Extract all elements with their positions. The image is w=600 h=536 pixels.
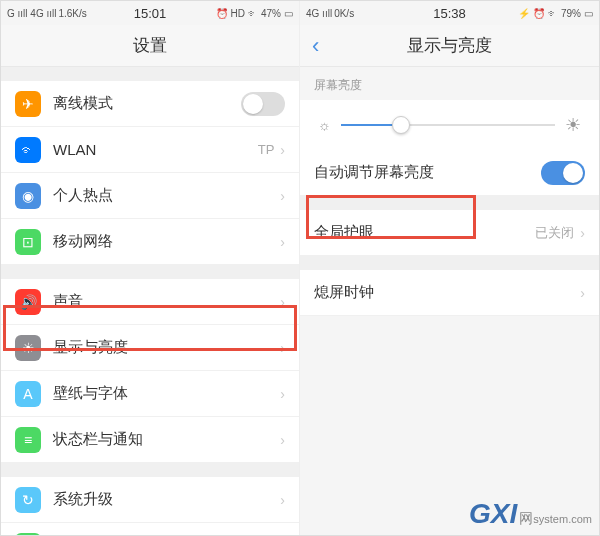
sound-icon: 🔊 bbox=[15, 289, 41, 315]
row-mobile-network[interactable]: ⊡ 移动网络 › bbox=[1, 219, 299, 265]
display-header: ‹ 显示与亮度 bbox=[300, 25, 599, 67]
row-auto-brightness[interactable]: 自动调节屏幕亮度 bbox=[300, 150, 599, 196]
chevron-icon: › bbox=[580, 225, 585, 241]
row-label: 显示与亮度 bbox=[53, 338, 280, 357]
display-brightness-screen: 4G ııll 0K/s 15:38 ⚡ ⏰ ᯤ 79% ▭ ‹ 显示与亮度 屏… bbox=[300, 1, 599, 535]
chevron-icon: › bbox=[280, 386, 285, 402]
row-label: 离线模式 bbox=[53, 94, 241, 113]
status-bar-left: G ııll 4G ııll 1.6K/s 15:01 ⏰ HD ᯤ 47% ▭ bbox=[1, 1, 299, 25]
airplane-toggle[interactable] bbox=[241, 92, 285, 116]
chevron-icon: › bbox=[280, 492, 285, 508]
wallpaper-icon: A bbox=[15, 381, 41, 407]
brightness-slider[interactable] bbox=[341, 124, 555, 126]
watermark-brand: GXI bbox=[469, 498, 517, 530]
chevron-icon: › bbox=[280, 142, 285, 158]
statusbar-icon: ≡ bbox=[15, 427, 41, 453]
back-button[interactable]: ‹ bbox=[312, 33, 319, 59]
row-label: 壁纸与字体 bbox=[53, 384, 280, 403]
status-bar-right: 4G ııll 0K/s 15:38 ⚡ ⏰ ᯤ 79% ▭ bbox=[300, 1, 599, 25]
status-time: 15:38 bbox=[433, 6, 466, 21]
brightness-section-label: 屏幕亮度 bbox=[300, 67, 599, 100]
battery-icon: ▭ bbox=[284, 8, 293, 19]
settings-screen: G ııll 4G ııll 1.6K/s 15:01 ⏰ HD ᯤ 47% ▭… bbox=[1, 1, 300, 535]
carrier-signal: G ııll 4G ııll bbox=[7, 8, 56, 19]
hotspot-icon: ◉ bbox=[15, 183, 41, 209]
eye-care-value: 已关闭 bbox=[535, 224, 574, 242]
row-label: 熄屏时钟 bbox=[314, 283, 580, 302]
status-time: 15:01 bbox=[134, 6, 167, 21]
page-title: 显示与亮度 bbox=[407, 34, 492, 57]
battery-pct: 47% bbox=[261, 8, 281, 19]
sun-large-icon: ☀ bbox=[565, 114, 581, 136]
row-label: 声音 bbox=[53, 292, 280, 311]
update-icon: ↻ bbox=[15, 487, 41, 513]
sun-small-icon: ☼ bbox=[318, 117, 331, 133]
row-wlan[interactable]: ᯤ WLAN TP › bbox=[1, 127, 299, 173]
phone-icon: ✆ bbox=[15, 533, 41, 536]
row-airplane-mode[interactable]: ✈ 离线模式 bbox=[1, 81, 299, 127]
chevron-icon: › bbox=[280, 294, 285, 310]
slider-thumb[interactable] bbox=[392, 116, 410, 134]
bluetooth-icon: ⚡ bbox=[518, 8, 530, 19]
battery-pct: 79% bbox=[561, 8, 581, 19]
mobile-network-icon: ⊡ bbox=[15, 229, 41, 255]
row-system-update[interactable]: ↻ 系统升级 › bbox=[1, 477, 299, 523]
chevron-icon: › bbox=[280, 432, 285, 448]
row-statusbar-notif[interactable]: ≡ 状态栏与通知 › bbox=[1, 417, 299, 463]
wifi-icon: ᯤ bbox=[248, 8, 258, 19]
row-display-brightness[interactable]: ☀ 显示与亮度 › bbox=[1, 325, 299, 371]
row-sound[interactable]: 🔊 声音 › bbox=[1, 279, 299, 325]
row-phone[interactable]: ✆ 电话 › bbox=[1, 523, 299, 535]
chevron-icon: › bbox=[280, 340, 285, 356]
hd-icon: HD bbox=[231, 8, 245, 19]
chevron-icon: › bbox=[280, 234, 285, 250]
battery-icon: ▭ bbox=[584, 8, 593, 19]
carrier-signal: 4G ııll bbox=[306, 8, 332, 19]
row-hotspot[interactable]: ◉ 个人热点 › bbox=[1, 173, 299, 219]
row-label: 个人热点 bbox=[53, 186, 280, 205]
watermark: GXI 网 system.com bbox=[469, 498, 592, 530]
row-eye-care[interactable]: 全局护眼 已关闭 › bbox=[300, 210, 599, 256]
network-speed: 1.6K/s bbox=[58, 8, 86, 19]
page-title: 设置 bbox=[133, 34, 167, 57]
row-standby-clock[interactable]: 熄屏时钟 › bbox=[300, 270, 599, 316]
chevron-icon: › bbox=[280, 188, 285, 204]
row-wallpaper-fonts[interactable]: A 壁纸与字体 › bbox=[1, 371, 299, 417]
network-speed: 0K/s bbox=[334, 8, 354, 19]
alarm-icon: ⏰ bbox=[216, 8, 228, 19]
alarm-icon: ⏰ bbox=[533, 8, 545, 19]
row-label: 移动网络 bbox=[53, 232, 280, 251]
chevron-icon: › bbox=[580, 285, 585, 301]
row-label: WLAN bbox=[53, 141, 258, 158]
wifi-settings-icon: ᯤ bbox=[15, 137, 41, 163]
wlan-value: TP bbox=[258, 142, 275, 157]
watermark-domain: system.com bbox=[533, 513, 592, 525]
brightness-icon: ☀ bbox=[15, 335, 41, 361]
auto-brightness-toggle[interactable] bbox=[541, 161, 585, 185]
row-label: 全局护眼 bbox=[314, 223, 535, 242]
row-label: 状态栏与通知 bbox=[53, 430, 280, 449]
row-label: 系统升级 bbox=[53, 490, 280, 509]
brightness-slider-row: ☼ ☀ bbox=[300, 100, 599, 150]
wifi-icon: ᯤ bbox=[548, 8, 558, 19]
airplane-icon: ✈ bbox=[15, 91, 41, 117]
watermark-suffix: 网 bbox=[519, 510, 533, 528]
settings-header: 设置 bbox=[1, 25, 299, 67]
row-label: 自动调节屏幕亮度 bbox=[314, 163, 541, 182]
